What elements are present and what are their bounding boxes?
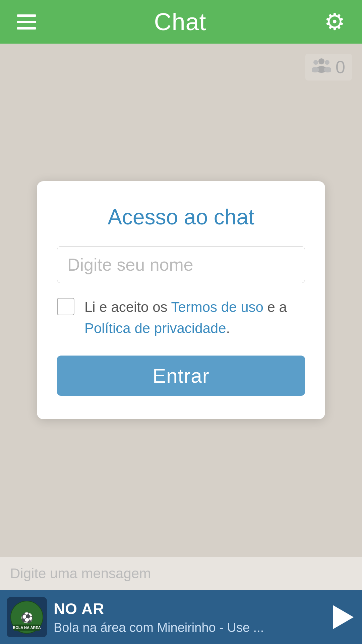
privacy-policy-link[interactable]: Política de privacidade [84,320,226,336]
terms-of-use-link[interactable]: Termos de uso [171,299,263,315]
people-icon [312,57,331,77]
online-count-widget: 0 [305,54,352,80]
modal-title: Acesso ao chat [57,205,305,229]
terms-checkbox[interactable] [57,298,74,315]
terms-suffix: . [226,320,230,336]
terms-row: Li e aceito os Termos de uso e a Polític… [57,297,305,339]
message-input-area: Digite uma mensagem [0,557,362,590]
play-icon [333,605,354,629]
enter-button[interactable]: Entrar [57,356,305,396]
settings-icon[interactable]: ⚙ [324,10,345,34]
app-header: Chat ⚙ [0,0,362,44]
radio-logo: ⚽ BOLA NA ÁREA [7,597,47,637]
terms-middle: e a [263,299,287,315]
svg-text:⚽: ⚽ [21,612,34,624]
menu-icon[interactable] [17,14,36,30]
terms-text: Li e aceito os Termos de uso e a Polític… [84,297,305,339]
login-modal: Acesso ao chat Li e aceito os Termos de … [37,181,325,419]
name-input[interactable] [57,246,305,283]
bottom-bar: ⚽ BOLA NA ÁREA NO AR Bola na área com Mi… [0,590,362,644]
svg-point-2 [313,60,318,65]
terms-prefix: Li e aceito os [84,299,171,315]
radio-info: NO AR Bola na área com Mineirinho - Use … [54,600,322,635]
message-input-placeholder: Digite uma mensagem [10,566,151,582]
svg-point-0 [318,58,324,64]
chat-area: 0 Acesso ao chat Li e aceito os Termos d… [0,44,362,557]
page-title: Chat [154,8,206,36]
svg-point-4 [325,60,329,65]
modal-wrapper: Acesso ao chat Li e aceito os Termos de … [0,44,362,557]
program-name: Bola na área com Mineirinho - Use ... [54,621,322,635]
play-button[interactable] [328,604,355,631]
svg-text:BOLA NA ÁREA: BOLA NA ÁREA [13,626,41,630]
on-air-label: NO AR [54,600,322,618]
online-count-number: 0 [336,57,345,77]
radio-logo-inner: ⚽ BOLA NA ÁREA [7,597,47,637]
